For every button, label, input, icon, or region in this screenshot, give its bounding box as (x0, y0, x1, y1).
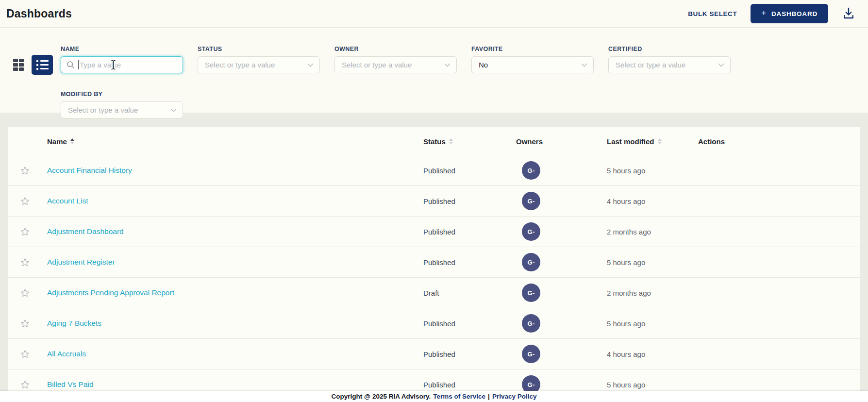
status-value: Published (423, 167, 516, 175)
filter-field-modified-by: MODIFIED BY Select or type a value (61, 91, 183, 118)
table-body: Account Financial History Published G- 5… (8, 155, 860, 400)
dashboard-name-link[interactable]: Adjustment Register (47, 258, 115, 266)
column-header-status[interactable]: Status (423, 137, 516, 146)
favorite-filter-select[interactable]: No (471, 56, 594, 73)
footer-separator: | (488, 393, 490, 400)
modified-by-filter-label: MODIFIED BY (61, 91, 183, 98)
column-header-actions: Actions (698, 137, 860, 146)
bulk-select-button[interactable]: BULK SELECT (688, 10, 737, 17)
view-toggles (13, 55, 53, 75)
star-outline-icon (20, 227, 30, 237)
table-row: Adjustment Register Published G- 5 hours… (8, 247, 860, 278)
owner-avatar: G- (522, 161, 540, 180)
owner-filter-select[interactable]: Select or type a value (334, 56, 457, 73)
page-title: Dashboards (6, 7, 72, 20)
favorite-filter-value: No (479, 61, 488, 69)
dashboard-name-link[interactable]: Adjustments Pending Approval Report (47, 288, 174, 297)
owner-filter-placeholder: Select or type a value (342, 61, 412, 69)
column-header-owners: Owners (516, 137, 607, 146)
filter-section: NAME STATUS Selec (0, 28, 868, 113)
certified-filter-select[interactable]: Select or type a value (608, 56, 731, 73)
favorite-star-button[interactable] (20, 318, 30, 329)
chevron-down-icon (444, 61, 451, 69)
filter-field-favorite: FAVORITE No (471, 46, 594, 73)
modified-by-filter-placeholder: Select or type a value (68, 106, 138, 114)
star-outline-icon (20, 349, 30, 359)
owner-avatar: G- (522, 345, 540, 363)
new-dashboard-label: DASHBOARD (771, 10, 818, 17)
status-filter-select[interactable]: Select or type a value (198, 56, 320, 73)
favorite-star-button[interactable] (20, 166, 30, 176)
app-footer: Copyright @ 2025 RIA Advisory. Terms of … (0, 391, 868, 402)
privacy-policy-link[interactable]: Privacy Policy (492, 393, 537, 400)
favorite-star-button[interactable] (20, 227, 30, 237)
table-row: Adjustment Dashboard Published G- 2 mont… (8, 217, 860, 247)
favorite-star-button[interactable] (20, 380, 30, 390)
filter-field-certified: CERTIFIED Select or type a value (608, 46, 731, 73)
status-filter-placeholder: Select or type a value (205, 61, 275, 69)
status-value: Published (423, 197, 516, 205)
status-value: Draft (423, 289, 516, 297)
sort-icon-name-ascending (70, 138, 74, 144)
plus-icon: + (761, 8, 767, 18)
dashboard-name-link[interactable]: Billed Vs Paid (47, 380, 94, 388)
status-filter-label: STATUS (198, 46, 320, 52)
grid-icon (13, 59, 18, 62)
favorite-star-button[interactable] (20, 288, 30, 298)
terms-of-service-link[interactable]: Terms of Service (433, 393, 485, 400)
chevron-down-icon (170, 106, 177, 114)
owner-filter-label: OWNER (334, 46, 457, 52)
status-value: Published (423, 350, 516, 358)
dashboard-name-link[interactable]: All Accruals (47, 350, 86, 358)
favorite-star-button[interactable] (20, 196, 30, 206)
owner-avatar: G- (522, 192, 540, 210)
list-view-toggle[interactable] (32, 55, 53, 75)
star-outline-icon (20, 196, 30, 206)
favorite-star-button[interactable] (20, 349, 30, 359)
filter-row-1: NAME STATUS Selec (61, 46, 731, 73)
last-modified-value: 5 hours ago (607, 381, 698, 389)
table-row: Account List Published G- 4 hours ago (8, 186, 860, 217)
status-value: Published (423, 319, 516, 328)
copyright-text: Copyright @ 2025 RIA Advisory. (332, 393, 431, 400)
column-header-name[interactable]: Name (47, 137, 423, 146)
status-value: Published (423, 381, 516, 389)
column-header-last-modified[interactable]: Last modified (607, 137, 698, 146)
name-filter-label: NAME (61, 46, 183, 52)
status-value: Published (423, 228, 516, 236)
filter-field-owner: OWNER Select or type a value (334, 46, 457, 73)
favorite-star-button[interactable] (20, 257, 30, 268)
dashboard-name-link[interactable]: Account Financial History (47, 166, 132, 174)
new-dashboard-button[interactable]: + DASHBOARD (751, 4, 828, 23)
certified-filter-placeholder: Select or type a value (616, 61, 685, 69)
modified-by-filter-select[interactable]: Select or type a value (61, 101, 183, 118)
owner-avatar: G- (522, 253, 540, 271)
download-icon (842, 6, 855, 21)
chevron-down-icon (307, 61, 314, 69)
dashboard-name-link[interactable]: Adjustment Dashboard (47, 227, 124, 235)
star-outline-icon (20, 288, 30, 298)
certified-filter-label: CERTIFIED (608, 46, 731, 52)
download-button[interactable] (842, 6, 855, 21)
owner-avatar: G- (522, 314, 540, 333)
chevron-down-icon (581, 61, 587, 69)
sort-icon-last-modified (658, 138, 662, 144)
dashboard-name-link[interactable]: Aging 7 Buckets (47, 319, 101, 327)
favorite-filter-label: FAVORITE (471, 46, 594, 52)
status-value: Published (423, 258, 516, 267)
table-header-row: Name Status Owners Last modified Actions (8, 127, 860, 155)
last-modified-value: 4 hours ago (607, 350, 698, 358)
last-modified-value: 4 hours ago (607, 197, 698, 205)
filter-row-2: MODIFIED BY Select or type a value (61, 91, 183, 118)
app-header: Dashboards BULK SELECT + DASHBOARD (0, 0, 868, 28)
filter-field-status: STATUS Select or type a value (198, 46, 320, 73)
dashboard-name-link[interactable]: Account List (47, 197, 88, 205)
name-filter-input[interactable] (61, 56, 183, 73)
table-row: Aging 7 Buckets Published G- 5 hours ago (8, 308, 860, 339)
star-outline-icon (20, 257, 30, 268)
card-view-toggle[interactable] (13, 58, 25, 72)
header-actions: BULK SELECT + DASHBOARD (688, 4, 855, 23)
last-modified-value: 2 months ago (607, 228, 698, 236)
table-row: Adjustments Pending Approval Report Draf… (8, 278, 860, 308)
chevron-down-icon (718, 61, 724, 69)
